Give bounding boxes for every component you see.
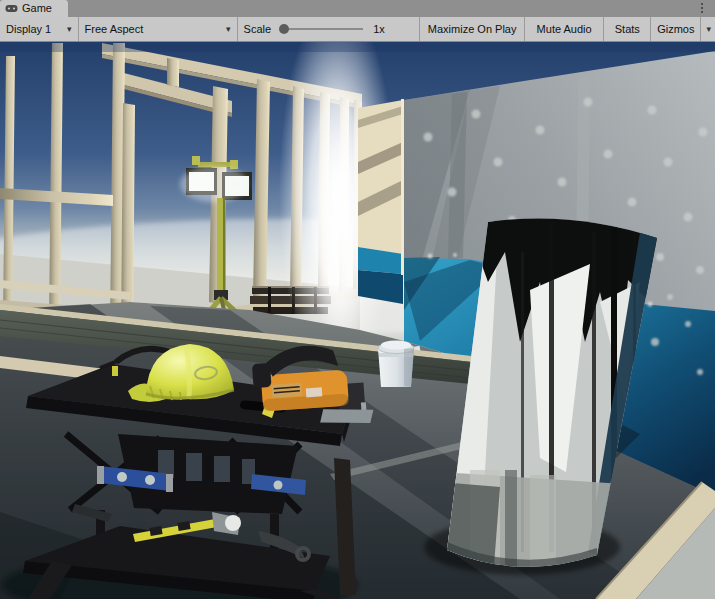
mute-audio-button[interactable]: Mute Audio (525, 17, 605, 41)
maximize-on-play-button[interactable]: Maximize On Play (420, 17, 524, 41)
scale-value: 1x (373, 23, 385, 35)
scene-top-fade (0, 42, 715, 52)
chevron-down-icon: ▾ (706, 25, 711, 34)
scale-control: Scale 1x (238, 17, 421, 41)
scene-paint-bucket (378, 341, 414, 388)
game-viewport[interactable] (0, 42, 715, 599)
tab-strip: Game (0, 0, 715, 17)
gizmos-dropdown[interactable]: Gizmos ▾ (651, 17, 715, 41)
display-dropdown-value: Display 1 (6, 23, 51, 35)
kebab-vertical-icon[interactable] (701, 3, 703, 13)
scale-slider-knob[interactable] (279, 24, 289, 34)
aspect-dropdown-value: Free Aspect (85, 23, 144, 35)
game-scene (0, 42, 715, 599)
game-view-toolbar: Display 1 ▾ Free Aspect ▾ Scale 1x Maxim… (0, 17, 715, 42)
gizmos-label: Gizmos (657, 23, 694, 35)
scene-corner-wall (358, 99, 404, 304)
scale-label: Scale (244, 23, 272, 35)
gamepad-icon (5, 4, 18, 13)
scale-slider[interactable] (281, 28, 363, 30)
tab-label: Game (22, 0, 52, 17)
stats-button[interactable]: Stats (604, 17, 651, 41)
display-dropdown[interactable]: Display 1 ▾ (0, 17, 79, 41)
tab-game[interactable]: Game (0, 0, 68, 17)
chevron-down-icon: ▾ (67, 25, 72, 34)
aspect-dropdown[interactable]: Free Aspect ▾ (79, 17, 238, 41)
chevron-down-icon: ▾ (226, 25, 231, 34)
unity-game-window: Game Display 1 ▾ Free Aspect ▾ Scale 1x … (0, 0, 715, 599)
